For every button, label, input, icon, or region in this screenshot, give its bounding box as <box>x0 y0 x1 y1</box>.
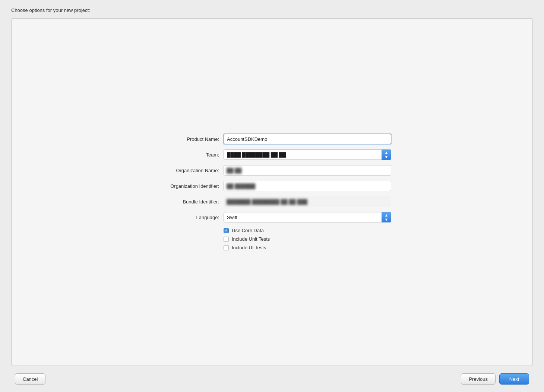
next-button[interactable]: Next <box>499 373 529 385</box>
include-unit-tests-checkbox-item[interactable]: Include Unit Tests <box>224 236 270 242</box>
footer-left: Cancel <box>15 373 45 385</box>
bundle-identifier-field: ███████ ████████ ██ ██ ███ <box>224 196 391 207</box>
org-identifier-input[interactable] <box>224 181 391 191</box>
page-title: Choose options for your new project: <box>11 7 533 13</box>
include-ui-tests-checkbox-item[interactable]: Include UI Tests <box>224 245 270 250</box>
include-unit-tests-label: Include Unit Tests <box>232 236 270 242</box>
product-name-row: Product Name: <box>153 134 391 144</box>
org-identifier-field: ██ ██████ <box>224 181 391 191</box>
org-name-label: Organization Name: <box>153 168 224 173</box>
language-field: Swift Objective-C ▲ ▼ <box>224 212 391 222</box>
checkboxes-group: ✓ Use Core Data Include Unit Tests Inclu… <box>224 228 270 250</box>
org-name-field: ██ ██ <box>224 165 391 176</box>
previous-button[interactable]: Previous <box>461 373 496 385</box>
team-select-wrapper: ████ ████████ ██ ██ ▲ ▼ <box>224 149 391 160</box>
include-unit-tests-checkbox[interactable] <box>224 237 229 242</box>
use-core-data-checkbox-item[interactable]: ✓ Use Core Data <box>224 228 270 233</box>
checkmark-icon: ✓ <box>225 229 228 233</box>
language-row: Language: Swift Objective-C ▲ ▼ <box>153 212 391 222</box>
main-panel: Product Name: Team: ████ ████████ ██ ██ … <box>11 18 533 366</box>
language-select[interactable]: Swift Objective-C <box>224 212 391 222</box>
org-name-input[interactable] <box>224 165 391 176</box>
include-ui-tests-label: Include UI Tests <box>232 245 266 250</box>
bundle-identifier-blurred: ███████ ████████ ██ ██ ███ <box>227 199 307 205</box>
product-name-field <box>224 134 391 144</box>
bundle-identifier-label: Bundle Identifier: <box>153 199 224 205</box>
org-identifier-label: Organization Identifier: <box>153 183 224 189</box>
include-ui-tests-checkbox[interactable] <box>224 245 229 250</box>
product-name-input[interactable] <box>224 134 391 144</box>
use-core-data-checkbox[interactable]: ✓ <box>224 228 229 233</box>
org-identifier-row: Organization Identifier: ██ ██████ <box>153 181 391 191</box>
team-label: Team: <box>153 152 224 158</box>
bundle-identifier-value: ███████ ████████ ██ ██ ███ <box>224 196 391 207</box>
product-name-label: Product Name: <box>153 136 224 142</box>
form-container: Product Name: Team: ████ ████████ ██ ██ … <box>153 134 391 250</box>
team-field: ████ ████████ ██ ██ ▲ ▼ <box>224 149 391 160</box>
team-select[interactable]: ████ ████████ ██ ██ <box>224 149 391 160</box>
team-row: Team: ████ ████████ ██ ██ ▲ ▼ <box>153 149 391 160</box>
footer-right: Previous Next <box>461 373 529 385</box>
language-select-wrapper: Swift Objective-C ▲ ▼ <box>224 212 391 222</box>
cancel-button[interactable]: Cancel <box>15 373 45 385</box>
footer: Cancel Previous Next <box>11 373 533 385</box>
language-label: Language: <box>153 215 224 220</box>
use-core-data-label: Use Core Data <box>232 228 264 233</box>
checkboxes-row: ✓ Use Core Data Include Unit Tests Inclu… <box>153 228 391 250</box>
org-name-row: Organization Name: ██ ██ <box>153 165 391 176</box>
bundle-identifier-row: Bundle Identifier: ███████ ████████ ██ █… <box>153 196 391 207</box>
